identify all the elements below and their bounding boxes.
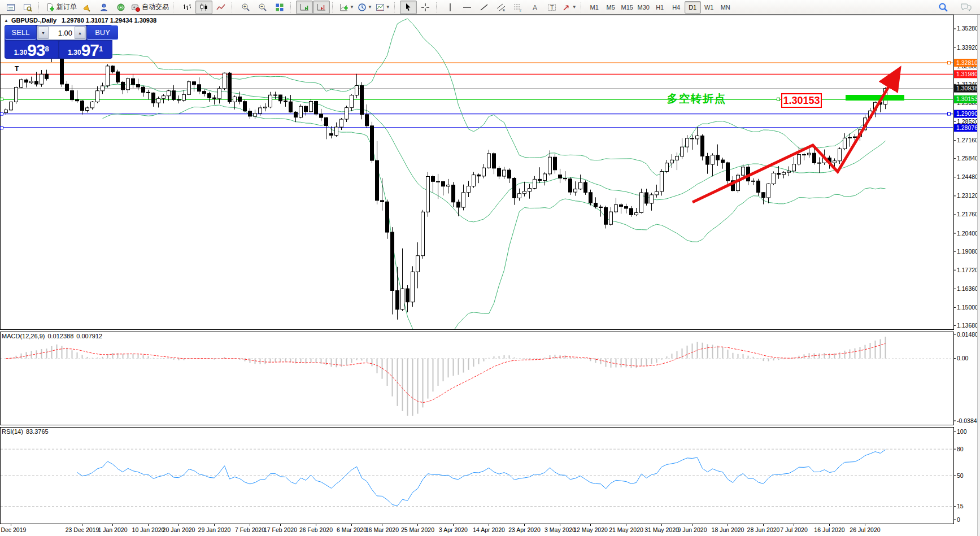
line-chart-icon[interactable]: [212, 1, 229, 14]
toolbar-separator: [290, 2, 294, 12]
cursor-icon[interactable]: [400, 1, 417, 14]
timeframe-m15-button[interactable]: M15: [619, 1, 635, 14]
zoom-in-icon[interactable]: [237, 1, 254, 14]
svg-text:A: A: [533, 3, 537, 11]
buy-button-label: BUY: [95, 28, 110, 37]
price-badge-label: 1.30938: [956, 85, 978, 91]
rsi-axis-label: 0: [957, 516, 960, 523]
auto-trading-button[interactable]: 自动交易: [129, 1, 171, 14]
templates-button[interactable]: ▼: [374, 1, 392, 14]
sell-price[interactable]: 1.30938: [5, 41, 58, 58]
date-axis-label: 17 Feb 2020: [264, 526, 297, 533]
annotation-text-turning-point[interactable]: 多空转折点: [667, 91, 726, 106]
horizontal-line-tool-icon[interactable]: [459, 1, 476, 14]
svg-text:E: E: [503, 8, 505, 12]
new-order-button[interactable]: 新订单: [44, 1, 79, 14]
price-badge-label: 1.29090: [956, 110, 978, 117]
macd-label-text: MACD(12,26,9): [2, 333, 45, 339]
volume-input[interactable]: [49, 27, 75, 39]
timeframe-m5-button[interactable]: M5: [603, 1, 619, 14]
chart-title: ▲GBPUSD-,Daily1.29780 1.31017 1.29434 1.…: [4, 17, 156, 24]
price-axis-label: 1.27160: [957, 137, 978, 143]
text-label-tool-icon[interactable]: T: [543, 1, 560, 14]
alerts-horn-icon[interactable]: [79, 1, 95, 14]
timeframe-d1-button[interactable]: D1: [685, 1, 701, 14]
object-handle-5[interactable]: [777, 98, 780, 101]
annotation-price-callout[interactable]: 1.30153: [781, 93, 822, 108]
rsi-value: 83.3765: [26, 428, 49, 435]
date-axis-label: 10 Jan 2020: [132, 526, 165, 533]
search-icon[interactable]: [935, 1, 952, 14]
indicators-button[interactable]: ▼: [338, 1, 356, 14]
text-object-t-marker[interactable]: T: [15, 65, 19, 73]
date-axis-label: 16 Mar 2020: [365, 526, 399, 533]
date-axis-label: 18 Jun 2020: [712, 526, 744, 533]
date-axis-label: 28 Jun 2020: [747, 526, 780, 533]
chart-shift-icon[interactable]: [313, 1, 330, 14]
buy-price-sup: 1: [99, 41, 103, 58]
vertical-line-tool-icon[interactable]: [442, 1, 459, 14]
buy-button[interactable]: BUY: [87, 25, 118, 40]
fibonacci-tool-icon[interactable]: F: [509, 1, 526, 14]
window-edge-strip: [977, 15, 980, 536]
price-axis-label: 1.33920: [957, 44, 978, 51]
object-handle-4[interactable]: [948, 112, 951, 115]
date-axis-label: 7 Feb 2020: [235, 526, 265, 533]
rsi-axis-label: 100: [957, 428, 967, 435]
date-axis-label: 26 Feb 2020: [299, 526, 333, 533]
data-window-icon[interactable]: [19, 1, 36, 14]
text-tool-icon[interactable]: A: [526, 1, 543, 14]
date-axis-label: 21 May 2020: [609, 526, 643, 533]
trendline-tool-icon[interactable]: [476, 1, 493, 14]
price-axis-label: 1.25840: [957, 155, 978, 162]
price-axis-label: 1.20400: [957, 230, 978, 237]
date-axis-label: 7 Jul 2020: [780, 526, 808, 533]
chart-canvas[interactable]: T1.352801.339201.325601.312401.298801.28…: [0, 15, 980, 536]
zoom-out-icon[interactable]: [254, 1, 271, 14]
macd-axis-label: -0.038415: [957, 417, 980, 424]
object-handle-0[interactable]: [1, 98, 3, 101]
toolbar-separator: [581, 2, 585, 12]
sell-price-prefix: 1.30: [14, 47, 27, 58]
tile-windows-icon[interactable]: [271, 1, 288, 14]
price-badge-label: 1.32810: [956, 59, 978, 66]
candlestick-chart-icon[interactable]: [195, 1, 212, 14]
date-axis-label: 1 Jan 2020: [98, 526, 128, 533]
svg-text:F: F: [520, 8, 522, 12]
macd-axis-label: 0.00: [957, 355, 969, 361]
equidistant-channel-tool-icon[interactable]: E: [493, 1, 509, 14]
expert-advisor-icon[interactable]: [95, 1, 112, 14]
signals-icon[interactable]: [112, 1, 129, 14]
chat-icon[interactable]: [957, 1, 974, 14]
object-handle-2[interactable]: [1, 127, 3, 129]
timeframe-m30-button[interactable]: M30: [635, 1, 652, 14]
price-axis-label: 1.35280: [957, 25, 978, 32]
timeframe-mn-button[interactable]: MN: [717, 1, 734, 14]
timeframe-w1-button[interactable]: W1: [701, 1, 717, 14]
timeframe-m1-button[interactable]: M1: [586, 1, 603, 14]
arrows-tool-button[interactable]: ▼: [560, 1, 578, 14]
bar-chart-icon[interactable]: [178, 1, 195, 14]
spin-down-icon: ▼: [41, 31, 45, 35]
crosshair-icon[interactable]: [417, 1, 434, 14]
timeframe-h1-button[interactable]: H1: [652, 1, 668, 14]
rsi-axis-label: 50: [957, 472, 964, 479]
ohlc-collapse-toggle[interactable]: ▲: [4, 18, 8, 23]
macd-indicator-label: MACD(12,26,9)0.0123880.007912: [2, 333, 105, 339]
object-handle-3[interactable]: [948, 62, 951, 64]
volume-decrease-button[interactable]: ▼: [38, 27, 49, 39]
toolbar-separator: [173, 2, 177, 12]
volume-increase-button[interactable]: ▲: [75, 27, 85, 39]
object-handle-1[interactable]: [1, 112, 3, 115]
periods-button[interactable]: ▼: [356, 1, 374, 14]
mt4-window: 新订单 自动交易 ▼ ▼ ▼ E F A T ▼ M1 M5 M15: [0, 0, 980, 536]
rectangle-object-green[interactable]: [846, 95, 904, 101]
svg-text:T: T: [550, 4, 554, 11]
buy-price[interactable]: 1.30971: [59, 41, 112, 58]
rsi-axis-label: 15: [957, 503, 964, 509]
market-watch-icon[interactable]: [2, 1, 19, 14]
pane-border-1: [1, 332, 954, 425]
sell-button[interactable]: SELL: [5, 25, 36, 40]
auto-scroll-icon[interactable]: [296, 1, 313, 14]
timeframe-h4-button[interactable]: H4: [668, 1, 685, 14]
